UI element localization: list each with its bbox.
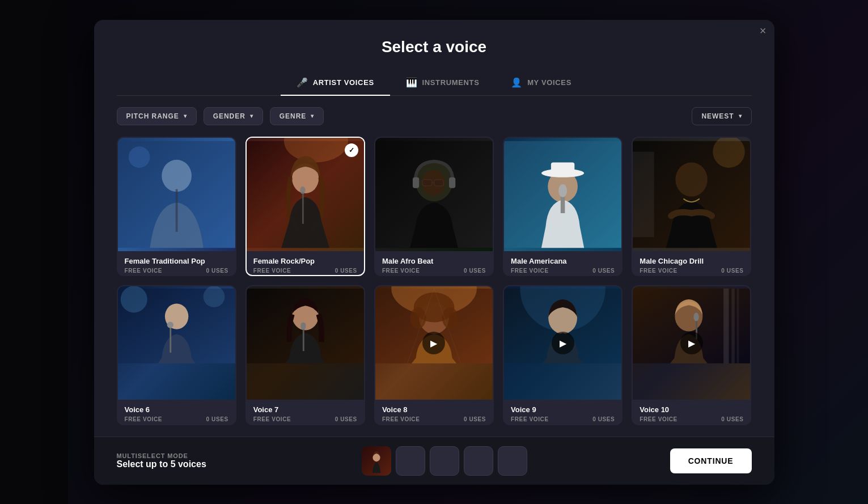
chevron-down-icon: ▾ <box>184 113 187 119</box>
close-button[interactable]: × <box>752 20 774 43</box>
voice-name: Male Chicago Drill <box>640 257 743 265</box>
modal-footer: MULTISELECT MODE Select up to 5 voices <box>94 437 774 485</box>
tabs-bar: 🎤 ARTIST VOICES 🎹 INSTRUMENTS 👤 MY VOICE… <box>117 70 752 96</box>
voice-card-male-afro-beat[interactable]: Male Afro Beat FREE VOICE 0 USES <box>374 137 494 277</box>
voice-image: ▶ <box>375 286 493 400</box>
svg-point-34 <box>167 321 173 328</box>
voice-uses: 0 USES <box>721 268 743 274</box>
voice-uses: 0 USES <box>721 416 743 422</box>
tab-instruments[interactable]: 🎹 INSTRUMENTS <box>390 70 496 96</box>
selected-slot-2 <box>396 446 425 476</box>
voice-info: Voice 7 FREE VOICE 0 USES <box>247 400 364 425</box>
play-button[interactable]: ▶ <box>422 332 445 354</box>
play-button[interactable]: ▶ <box>680 332 703 354</box>
selected-slot-3 <box>430 446 459 476</box>
voice-meta: FREE VOICE 0 USES <box>511 416 615 422</box>
voice-info: Male Afro Beat FREE VOICE 0 USES <box>375 251 493 277</box>
selected-check-icon: ✓ <box>345 143 358 157</box>
svg-point-56 <box>694 312 699 321</box>
sort-button[interactable]: NEWEST ▾ <box>692 107 751 125</box>
voice-name: Voice 7 <box>253 405 357 414</box>
voice-card-row2-3[interactable]: ▶ Voice 8 FREE VOICE 0 USES <box>374 285 494 425</box>
modal-title: Select a voice <box>117 38 752 56</box>
voice-name: Voice 6 <box>125 405 228 414</box>
voice-card-row2-4[interactable]: ▶ Voice 9 FREE VOICE 0 USES <box>503 285 623 425</box>
voice-uses: 0 USES <box>464 416 486 422</box>
keyboard-icon: 🎹 <box>406 77 418 88</box>
tab-instruments-label: INSTRUMENTS <box>422 78 479 87</box>
voice-tier: FREE VOICE <box>125 268 163 274</box>
voice-image <box>247 286 364 400</box>
pitch-range-label: PITCH RANGE <box>126 112 179 120</box>
svg-rect-33 <box>170 326 171 353</box>
chevron-down-icon: ▾ <box>311 113 314 119</box>
multiselect-instruction: Select up to 5 voices <box>117 459 219 469</box>
chevron-down-icon: ▾ <box>250 113 253 119</box>
svg-rect-51 <box>723 289 729 363</box>
svg-rect-37 <box>303 327 304 351</box>
voice-meta: FREE VOICE 0 USES <box>382 416 486 422</box>
tab-artist-voices[interactable]: 🎤 ARTIST VOICES <box>281 70 390 96</box>
voice-meta: FREE VOICE 0 USES <box>640 268 743 274</box>
tab-my-voices-label: MY VOICES <box>527 78 571 87</box>
play-button[interactable]: ▶ <box>552 332 574 354</box>
voice-image: ▶ <box>633 286 750 400</box>
svg-rect-13 <box>449 177 455 188</box>
selected-slots-container <box>226 446 663 476</box>
voice-card-male-americana[interactable]: Male Americana FREE VOICE 0 USES <box>503 137 623 277</box>
multiselect-info: MULTISELECT MODE Select up to 5 voices <box>117 452 219 469</box>
voice-image <box>118 138 235 251</box>
selected-slot-5 <box>498 446 527 476</box>
close-icon: × <box>760 24 767 37</box>
genre-filter[interactable]: GENRE ▾ <box>270 107 324 125</box>
voice-tier: FREE VOICE <box>382 268 420 274</box>
voice-tier: FREE VOICE <box>511 416 549 422</box>
voice-info: Voice 10 FREE VOICE 0 USES <box>633 400 750 425</box>
microphone-icon: 🎤 <box>297 77 308 88</box>
genre-label: GENRE <box>280 112 306 120</box>
voice-tier: FREE VOICE <box>511 268 549 274</box>
voice-card-female-rock-pop[interactable]: ✓ Female Rock/Pop FREE VOICE 0 USES <box>245 137 365 277</box>
voice-info: Female Rock/Pop FREE VOICE 0 USES <box>247 251 364 277</box>
selected-slot-1 <box>362 446 391 476</box>
filters-bar: PITCH RANGE ▾ GENDER ▾ GENRE ▾ NEWEST ▾ <box>94 96 774 137</box>
svg-rect-7 <box>302 192 304 224</box>
voice-info: Male Chicago Drill FREE VOICE 0 USES <box>633 251 750 277</box>
voice-image <box>633 138 750 251</box>
voices-grid: Female Traditional Pop FREE VOICE 0 USES <box>94 137 774 437</box>
tab-my-voices[interactable]: 👤 MY VOICES <box>495 70 587 96</box>
voice-name: Male Afro Beat <box>382 257 486 265</box>
svg-rect-27 <box>633 151 654 237</box>
voice-meta: FREE VOICE 0 USES <box>125 416 228 422</box>
voice-tier: FREE VOICE <box>640 416 678 422</box>
voice-tier: FREE VOICE <box>382 416 420 422</box>
pitch-range-filter[interactable]: PITCH RANGE ▾ <box>117 107 197 125</box>
continue-button[interactable]: CONTINUE <box>670 448 752 473</box>
multiselect-mode-label: MULTISELECT MODE <box>117 452 217 459</box>
voice-image <box>375 138 493 251</box>
svg-point-8 <box>300 186 305 193</box>
svg-point-28 <box>676 162 708 196</box>
voice-card-row2-5[interactable]: ▶ Voice 10 FREE VOICE 0 USES <box>632 285 751 425</box>
voice-uses: 0 USES <box>464 268 486 274</box>
voice-meta: FREE VOICE 0 USES <box>382 268 486 274</box>
voice-tier: FREE VOICE <box>253 268 291 274</box>
gender-filter[interactable]: GENDER ▾ <box>204 107 263 125</box>
modal-header: Select a voice × 🎤 ARTIST VOICES 🎹 INSTR… <box>94 20 774 96</box>
voice-card-row2-1[interactable]: Voice 6 FREE VOICE 0 USES <box>117 285 236 425</box>
voice-uses: 0 USES <box>335 416 357 422</box>
sort-label: NEWEST <box>701 112 734 120</box>
voice-meta: FREE VOICE 0 USES <box>640 416 743 422</box>
svg-rect-52 <box>732 289 735 363</box>
voice-name: Voice 10 <box>640 405 743 414</box>
voice-card-female-trad-pop[interactable]: Female Traditional Pop FREE VOICE 0 USES <box>117 137 236 277</box>
voice-tier: FREE VOICE <box>125 416 163 422</box>
voice-name: Male Americana <box>511 257 615 265</box>
svg-point-1 <box>162 159 192 192</box>
voice-name: Female Rock/Pop <box>253 257 357 265</box>
voice-name: Voice 8 <box>382 405 486 414</box>
svg-rect-53 <box>737 289 739 363</box>
voice-card-row2-2[interactable]: Voice 7 FREE VOICE 0 USES <box>245 285 365 425</box>
voice-card-male-chicago-drill[interactable]: Male Chicago Drill FREE VOICE 0 USES <box>632 137 751 277</box>
svg-point-17 <box>422 170 445 195</box>
